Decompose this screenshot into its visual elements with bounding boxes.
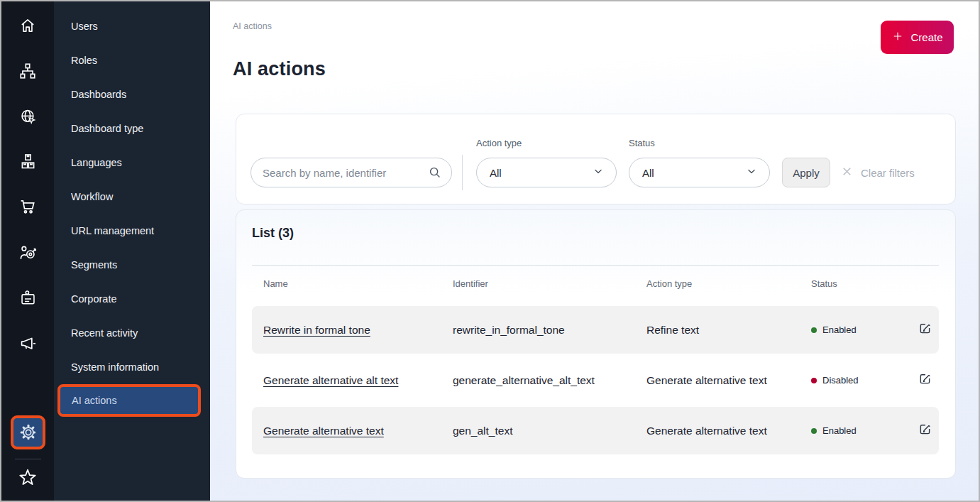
edit-icon <box>918 321 932 339</box>
rail-divider <box>15 459 41 459</box>
status-text: Enabled <box>822 425 857 436</box>
row-identifier: gen_alt_text <box>453 425 646 437</box>
status-text: Enabled <box>822 324 857 335</box>
sidebar-item-workflow[interactable]: Workflow <box>54 180 210 214</box>
clear-filters-label: Clear filters <box>861 167 915 179</box>
list-panel: List (3) Name Identifier Action type Sta… <box>236 209 956 479</box>
status-value: All <box>642 167 654 179</box>
row-identifier: generate_alternative_alt_text <box>453 374 646 387</box>
chevron-down-icon <box>745 165 758 180</box>
table-header-row: Name Identifier Action type Status <box>252 273 939 294</box>
status-badge: Enabled <box>811 425 918 436</box>
action-type-dropdown[interactable]: All <box>476 158 617 187</box>
list-heading: List (3) <box>252 226 294 241</box>
filter-divider <box>462 155 463 190</box>
sidebar-item-label: Users <box>71 21 98 32</box>
page-title: AI actions <box>233 58 326 80</box>
row-name-link[interactable]: Generate alternative alt text <box>263 374 398 386</box>
column-header-identifier: Identifier <box>453 278 646 289</box>
sidebar-item-label: Roles <box>71 55 97 66</box>
close-icon <box>840 165 854 180</box>
home-icon[interactable] <box>16 13 40 38</box>
breadcrumb[interactable]: AI actions <box>233 21 272 31</box>
status-badge: Disabled <box>811 375 918 386</box>
sidebar-item-dashboards[interactable]: Dashboards <box>54 77 210 111</box>
edit-button[interactable] <box>918 422 941 440</box>
settings-menu: Users Roles Dashboards Dashboard type La… <box>54 1 210 501</box>
action-type-value: All <box>490 167 502 179</box>
apply-button[interactable]: Apply <box>782 158 830 187</box>
action-type-label: Action type <box>476 138 522 148</box>
table-row: Rewrite in formal tone rewrite_in_formal… <box>252 306 939 354</box>
settings-gear-icon <box>18 422 38 442</box>
status-badge: Enabled <box>811 324 918 335</box>
chevron-down-icon <box>592 165 605 180</box>
sidebar-item-label: System information <box>71 361 159 373</box>
settings-nav-active[interactable] <box>11 415 45 449</box>
sidebar-item-label: Dashboards <box>71 89 126 100</box>
edit-icon <box>918 422 932 440</box>
badge-icon[interactable] <box>16 286 40 310</box>
star-icon[interactable] <box>16 466 40 490</box>
edit-button[interactable] <box>918 371 941 389</box>
sidebar-item-label: URL management <box>71 225 154 236</box>
sidebar-item-users[interactable]: Users <box>54 9 210 43</box>
sidebar-item-ai-actions[interactable]: AI actions <box>57 384 201 417</box>
sidebar-item-label: Recent activity <box>71 327 138 339</box>
app-window: Users Roles Dashboards Dashboard type La… <box>0 0 980 502</box>
sidebar-item-label: Workflow <box>71 191 113 202</box>
row-action-type: Generate alternative text <box>646 374 811 387</box>
status-dot <box>811 378 817 383</box>
status-text: Disabled <box>822 375 859 386</box>
main-content: AI actions Create AI actions Action type… <box>210 1 979 501</box>
megaphone-icon[interactable] <box>16 332 40 356</box>
status-label: Status <box>629 138 655 148</box>
status-dot <box>811 428 817 434</box>
row-action-type: Generate alternative text <box>646 425 811 437</box>
sidebar-item-url-management[interactable]: URL management <box>54 214 210 248</box>
table-row: Generate alternative text gen_alt_text G… <box>252 407 939 454</box>
sidebar-item-label: AI actions <box>72 395 117 406</box>
row-identifier: rewrite_in_formal_tone <box>453 324 646 337</box>
icon-rail <box>1 1 54 501</box>
sidebar-item-label: Dashboard type <box>71 123 143 134</box>
table-body: Rewrite in formal tone rewrite_in_formal… <box>252 306 939 457</box>
edit-icon <box>918 371 932 389</box>
create-button[interactable]: Create <box>881 21 954 54</box>
sidebar-item-label: Segments <box>71 259 117 271</box>
filter-panel: Action type All Status All Apply Clear f… <box>236 114 956 204</box>
sidebar-item-system-information[interactable]: System information <box>54 350 210 384</box>
status-dot <box>811 327 817 333</box>
cart-icon[interactable] <box>16 195 40 219</box>
sidebar-item-label: Languages <box>71 157 122 168</box>
sidebar-item-label: Corporate <box>71 293 116 305</box>
edit-button[interactable] <box>918 321 941 339</box>
status-dropdown[interactable]: All <box>629 158 770 187</box>
plus-icon <box>891 30 904 45</box>
target-icon[interactable] <box>16 241 40 265</box>
list-divider <box>252 265 939 266</box>
clear-filters-button[interactable]: Clear filters <box>840 158 915 187</box>
search-input[interactable] <box>250 158 452 187</box>
sitemap-icon[interactable] <box>16 59 40 83</box>
row-name-link[interactable]: Generate alternative text <box>263 425 384 437</box>
table-row: Generate alternative alt text generate_a… <box>252 356 939 404</box>
globe-icon[interactable] <box>16 104 40 129</box>
sidebar-item-segments[interactable]: Segments <box>54 248 210 282</box>
search-icon <box>427 165 443 183</box>
row-action-type: Refine text <box>646 324 811 337</box>
sidebar-item-corporate[interactable]: Corporate <box>54 282 210 316</box>
sidebar-item-dashboard-type[interactable]: Dashboard type <box>54 111 210 146</box>
column-header-status: Status <box>811 278 918 289</box>
sidebar-item-languages[interactable]: Languages <box>54 146 210 180</box>
row-name-link[interactable]: Rewrite in formal tone <box>263 324 370 336</box>
column-header-name: Name <box>263 278 453 289</box>
column-header-action-type: Action type <box>646 278 811 289</box>
sidebar-item-recent-activity[interactable]: Recent activity <box>54 316 210 350</box>
packages-icon[interactable] <box>16 149 40 173</box>
sidebar-item-roles[interactable]: Roles <box>54 43 210 77</box>
create-button-label: Create <box>910 31 942 43</box>
